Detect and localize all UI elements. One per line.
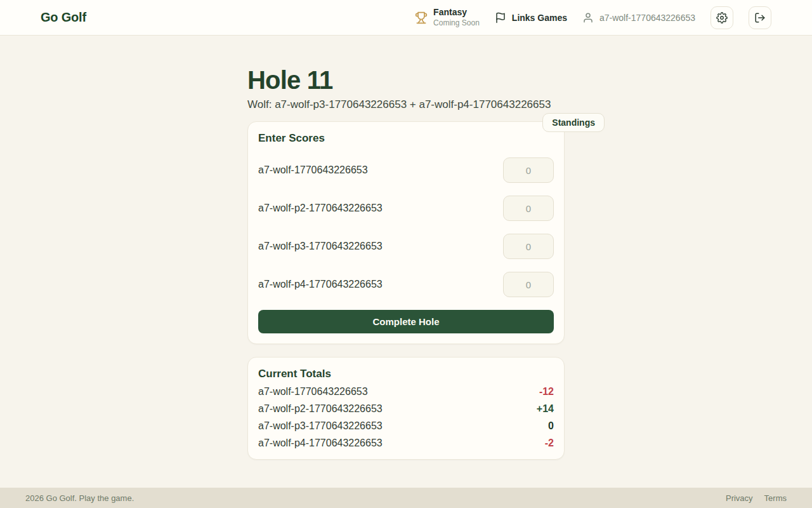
footer-copyright: 2026 Go Golf. Play the game. [25, 493, 134, 503]
flag-icon [495, 12, 506, 23]
standings-button[interactable]: Standings [542, 113, 605, 132]
trophy-icon [415, 11, 428, 24]
player-name: a7-wolf-1770643226653 [258, 386, 368, 398]
player-name: a7-wolf-p4-1770643226653 [258, 438, 383, 449]
score-row: a7-wolf-1770643226653 [258, 157, 554, 183]
player-name: a7-wolf-p2-1770643226653 [258, 203, 383, 214]
gear-icon [716, 12, 728, 23]
current-totals-heading: Current Totals [258, 368, 554, 380]
enter-scores-card: Enter Scores a7-wolf-1770643226653 a7-wo… [247, 121, 565, 344]
top-nav: Go Golf Fantasy Coming Soon [0, 0, 812, 36]
score-input-player-3[interactable] [503, 234, 554, 259]
current-totals-card: Current Totals a7-wolf-1770643226653 -12… [247, 357, 565, 460]
fantasy-text: Fantasy Coming Soon [433, 7, 480, 28]
terms-link[interactable]: Terms [764, 493, 787, 503]
fantasy-label: Fantasy [433, 7, 480, 18]
wolf-subtitle: Wolf: a7-wolf-p3-1770643226653 + a7-wolf… [247, 98, 565, 111]
player-name: a7-wolf-p4-1770643226653 [258, 279, 383, 290]
username: a7-wolf-1770643226653 [599, 13, 695, 23]
app: Go Golf Fantasy Coming Soon [0, 0, 812, 508]
nav-right: Fantasy Coming Soon Links Games [415, 6, 771, 29]
logout-icon [754, 12, 766, 23]
total-value: 0 [548, 420, 554, 432]
footer-links: Privacy Terms [726, 493, 787, 503]
player-name: a7-wolf-1770643226653 [258, 164, 368, 176]
nav-item-links-games[interactable]: Links Games [495, 12, 567, 23]
total-row: a7-wolf-1770643226653 -12 [258, 386, 554, 398]
footer: 2026 Go Golf. Play the game. Privacy Ter… [0, 488, 812, 508]
page-head: Hole 11 Wolf: a7-wolf-p3-1770643226653 +… [247, 66, 565, 111]
player-name: a7-wolf-p3-1770643226653 [258, 420, 383, 432]
privacy-link[interactable]: Privacy [726, 493, 753, 503]
fantasy-coming-soon: Coming Soon [433, 18, 480, 28]
user-icon [582, 12, 594, 23]
total-value: -2 [545, 438, 554, 449]
main-content: Hole 11 Wolf: a7-wolf-p3-1770643226653 +… [0, 36, 812, 488]
score-row: a7-wolf-p3-1770643226653 [258, 234, 554, 259]
enter-scores-heading: Enter Scores [258, 132, 554, 145]
total-row: a7-wolf-p2-1770643226653 +14 [258, 403, 554, 415]
total-value: -12 [539, 386, 554, 398]
player-name: a7-wolf-p3-1770643226653 [258, 241, 383, 252]
score-row: a7-wolf-p2-1770643226653 [258, 196, 554, 221]
player-name: a7-wolf-p2-1770643226653 [258, 403, 383, 415]
total-row: a7-wolf-p4-1770643226653 -2 [258, 438, 554, 449]
nav-user: a7-wolf-1770643226653 [582, 12, 695, 23]
score-input-player-2[interactable] [503, 196, 554, 221]
complete-hole-button[interactable]: Complete Hole [258, 310, 554, 333]
nav-item-fantasy[interactable]: Fantasy Coming Soon [415, 7, 480, 28]
score-row: a7-wolf-p4-1770643226653 [258, 272, 554, 297]
total-value: +14 [537, 403, 554, 415]
total-row: a7-wolf-p3-1770643226653 0 [258, 420, 554, 432]
score-input-player-1[interactable] [503, 157, 554, 183]
page-title: Hole 11 [247, 66, 565, 95]
logout-button[interactable] [749, 6, 771, 29]
score-input-player-4[interactable] [503, 272, 554, 297]
settings-button[interactable] [710, 6, 733, 29]
links-games-label: Links Games [512, 13, 567, 23]
brand-logo[interactable]: Go Golf [41, 10, 86, 25]
